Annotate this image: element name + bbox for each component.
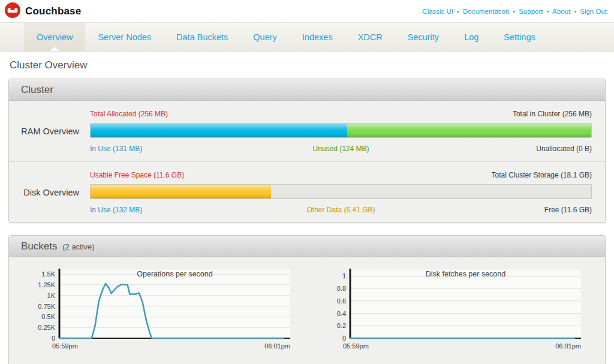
- svg-text:Disk fetches per second: Disk fetches per second: [426, 270, 505, 278]
- bar-segment-used-plus-other: [91, 185, 271, 198]
- tab-xdcr[interactable]: XDCR: [345, 23, 395, 51]
- disk-fetches-chart-svg: 00.20.40.60.81Disk fetches per second05:…: [319, 265, 586, 353]
- disk-overview-main: Usable Free Space (11.6 GB) Total Cluste…: [90, 170, 592, 215]
- link-about[interactable]: About: [552, 8, 570, 15]
- ram-total-in-cluster-label: Total in Cluster (256 MB): [426, 110, 592, 118]
- ram-overview-label: RAM Overview: [9, 127, 90, 136]
- top-links: Classic UI • Documentation • Support • A…: [422, 8, 607, 15]
- disk-overview-label: Disk Overview: [9, 188, 90, 197]
- disk-free-label: Free (11.6 GB): [426, 206, 592, 214]
- svg-text:1K: 1K: [47, 292, 56, 299]
- tab-overview[interactable]: Overview: [24, 23, 85, 51]
- buckets-panel: Buckets (2 active) 00.25K0.5K0.75K1K1.25…: [8, 235, 606, 364]
- link-documentation[interactable]: Documentation: [463, 8, 509, 15]
- svg-text:Operations per second: Operations per second: [137, 270, 213, 278]
- disk-total-storage-label: Total Cluster Storage (18.1 GB): [426, 171, 592, 179]
- tab-server-nodes[interactable]: Server Nodes: [85, 23, 164, 51]
- disk-in-use-label: In Use (132 MB): [90, 206, 255, 214]
- ram-in-use-label: In Use (131 MB): [90, 145, 255, 153]
- dot-separator: •: [513, 8, 515, 15]
- tab-query[interactable]: Query: [240, 23, 290, 51]
- svg-text:1: 1: [342, 272, 346, 279]
- cluster-panel: Cluster RAM Overview Total Allocated (25…: [8, 79, 606, 223]
- tab-log[interactable]: Log: [452, 23, 491, 51]
- link-support[interactable]: Support: [519, 8, 543, 15]
- cluster-panel-body: RAM Overview Total Allocated (256 MB) To…: [9, 101, 605, 222]
- link-sign-out[interactable]: Sign Out: [580, 8, 607, 15]
- svg-text:06:01pm: 06:01pm: [264, 342, 290, 350]
- svg-text:1.25K: 1.25K: [38, 281, 55, 288]
- dot-separator: •: [546, 8, 549, 15]
- svg-text:0.5K: 0.5K: [41, 313, 55, 320]
- tab-data-buckets[interactable]: Data Buckets: [164, 23, 240, 51]
- svg-text:0: 0: [342, 335, 346, 342]
- svg-text:0.8: 0.8: [337, 285, 346, 292]
- ops-per-second-chart-svg: 00.25K0.5K0.75K1K1.25K1.5KOperations per…: [28, 265, 295, 353]
- svg-text:0.4: 0.4: [337, 310, 346, 317]
- svg-text:0.75K: 0.75K: [38, 303, 55, 310]
- svg-text:05:59pm: 05:59pm: [343, 342, 369, 350]
- disk-usable-free-label: Usable Free Space (11.6 GB): [90, 171, 255, 179]
- ram-usage-bar: [90, 123, 592, 138]
- ops-per-second-chart: 00.25K0.5K0.75K1K1.25K1.5KOperations per…: [28, 265, 295, 355]
- bar-segment-in-use: [91, 124, 347, 137]
- main-nav: Overview Server Nodes Data Buckets Query…: [0, 22, 614, 52]
- ram-overview-row: RAM Overview Total Allocated (256 MB) To…: [9, 101, 605, 161]
- svg-text:0.25K: 0.25K: [38, 324, 55, 331]
- buckets-panel-body: 00.25K0.5K0.75K1K1.25K1.5KOperations per…: [9, 257, 605, 364]
- disk-usage-bar: [90, 184, 592, 199]
- disk-other-data-label: Other Data (6.41 GB): [255, 206, 426, 214]
- tab-indexes[interactable]: Indexes: [290, 23, 345, 51]
- svg-text:0: 0: [52, 335, 55, 342]
- top-bar: Couchbase Classic UI • Documentation • S…: [0, 0, 614, 22]
- ram-overview-main: Total Allocated (256 MB) Total in Cluste…: [90, 109, 592, 154]
- svg-text:0.6: 0.6: [337, 297, 346, 305]
- cluster-panel-header: Cluster: [9, 79, 605, 101]
- couchbase-logo-icon[interactable]: [5, 2, 20, 20]
- svg-text:06:01pm: 06:01pm: [555, 342, 581, 350]
- buckets-panel-header: Buckets (2 active): [9, 236, 605, 257]
- buckets-active-count: (2 active): [62, 242, 94, 251]
- ram-unused-label: Unused (124 MB): [255, 145, 426, 153]
- svg-text:1.5K: 1.5K: [41, 270, 55, 278]
- disk-overview-row: Disk Overview Usable Free Space (11.6 GB…: [9, 161, 605, 222]
- bar-segment-unused: [347, 124, 591, 137]
- dot-separator: •: [457, 8, 459, 15]
- brand-name: Couchbase: [25, 5, 81, 17]
- cluster-panel-title: Cluster: [21, 84, 53, 95]
- tab-security[interactable]: Security: [395, 23, 452, 51]
- brand[interactable]: Couchbase: [5, 2, 81, 20]
- main-content: Cluster Overview Cluster RAM Overview To…: [0, 59, 614, 364]
- disk-fetches-chart: 00.20.40.60.81Disk fetches per second05:…: [319, 265, 586, 355]
- ram-unallocated-label: Unallocated (0 B): [426, 145, 592, 153]
- ram-total-allocated-label: Total Allocated (256 MB): [90, 110, 255, 118]
- svg-text:05:59pm: 05:59pm: [52, 342, 78, 350]
- buckets-panel-title: Buckets: [21, 240, 57, 252]
- dot-separator: •: [574, 8, 576, 15]
- tab-settings[interactable]: Settings: [491, 23, 547, 51]
- page-title: Cluster Overview: [10, 59, 606, 71]
- svg-text:0.2: 0.2: [337, 322, 346, 329]
- link-classic-ui[interactable]: Classic UI: [422, 8, 453, 15]
